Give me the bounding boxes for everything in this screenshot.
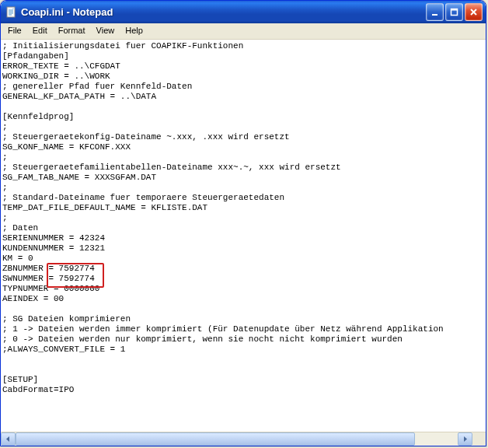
close-button[interactable] (465, 3, 483, 21)
menu-file[interactable]: File (2, 23, 27, 39)
text-line (2, 304, 484, 314)
menu-format[interactable]: Format (53, 23, 91, 39)
text-line: CabdFormat=IPO (2, 385, 484, 395)
text-line: ; Daten (2, 223, 484, 233)
text-line (2, 102, 484, 112)
text-line: ; (2, 183, 484, 193)
text-line: KUNDENNUMMER = 12321 (2, 243, 484, 254)
text-line: ; Standard-Dateiname fuer temporaere Ste… (2, 193, 484, 203)
text-line: ; (2, 122, 484, 132)
text-line: ; SG Dateien komprimieren (2, 314, 484, 324)
text-line: [Kennfeldprog] (2, 112, 484, 122)
text-line: SERIENNUMMER = 42324 (2, 233, 484, 243)
text-line: SWNUMMER = 7592774 (2, 274, 484, 284)
text-line: SG_KONF_NAME = KFCONF.XXX (2, 142, 484, 152)
text-line: ;ALWAYS_CONVERT_FILE = 1 (2, 345, 484, 355)
text-line: KM = 0 (2, 254, 484, 264)
text-line: [Pfadangaben] (2, 51, 484, 61)
menu-help[interactable]: Help (120, 23, 148, 39)
text-line: ; 0 -> Dateien werden nur komprimiert, w… (2, 334, 484, 345)
text-line: AEINDEX = 00 (2, 294, 484, 304)
app-window: Coapi.ini - Notepad File Edit Format Vie… (0, 0, 486, 446)
svg-rect-6 (432, 14, 437, 16)
text-line: ; Initialisierungsdatei fuer COAPIKF-Fun… (2, 41, 484, 51)
editor-area: ; Initialisierungsdatei fuer COAPIKF-Fun… (1, 40, 486, 446)
svg-marker-9 (6, 436, 9, 442)
menu-edit[interactable]: Edit (27, 23, 53, 39)
text-line: ; (2, 213, 484, 223)
minimize-button[interactable] (426, 3, 444, 21)
scroll-left-button[interactable] (1, 432, 16, 446)
h-scrollbar (1, 432, 486, 446)
svg-rect-8 (451, 9, 458, 11)
maximize-button[interactable] (445, 3, 463, 21)
app-icon (5, 6, 18, 19)
scroll-thumb[interactable] (16, 432, 415, 446)
text-line: ; Steuergeraetekonfig-Dateiname ~.xxx, .… (2, 132, 484, 142)
text-line: ; (2, 152, 484, 163)
text-line: ERROR_TEXTE = ..\CFGDAT (2, 61, 484, 72)
text-line: TYPNUMMER = 0000000 (2, 284, 484, 294)
svg-marker-10 (464, 436, 467, 442)
text-line: TEMP_DAT_FILE_DEFAULT_NAME = KFLISTE.DAT (2, 203, 484, 213)
text-line: ; genereller Pfad fuer Kennfeld-Daten (2, 82, 484, 92)
menu-view[interactable]: View (91, 23, 120, 39)
menubar: File Edit Format View Help (1, 23, 486, 40)
text-line: SG_FAM_TAB_NAME = XXXSGFAM.DAT (2, 173, 484, 183)
titlebar[interactable]: Coapi.ini - Notepad (1, 1, 486, 23)
text-line (2, 365, 484, 375)
text-line: GENERAL_KF_DATA_PATH = ..\DATA (2, 92, 484, 102)
text-editor[interactable]: ; Initialisierungsdatei fuer COAPIKF-Fun… (1, 40, 486, 432)
text-line (2, 355, 484, 365)
window-controls (426, 3, 484, 21)
text-line: ZBNUMMER = 7592774 (2, 264, 484, 274)
text-line: ; Steuergeraetefamilientabellen-Dateinam… (2, 163, 484, 173)
text-line: ; 1 -> Dateien werden immer komprimiert … (2, 324, 484, 334)
scroll-corner (472, 432, 486, 446)
text-line: [SETUP] (2, 375, 484, 385)
text-line: WORKING_DIR = ..\WORK (2, 72, 484, 82)
window-title: Coapi.ini - Notepad (21, 6, 426, 18)
scroll-right-button[interactable] (458, 432, 472, 446)
scroll-track[interactable] (16, 432, 458, 446)
